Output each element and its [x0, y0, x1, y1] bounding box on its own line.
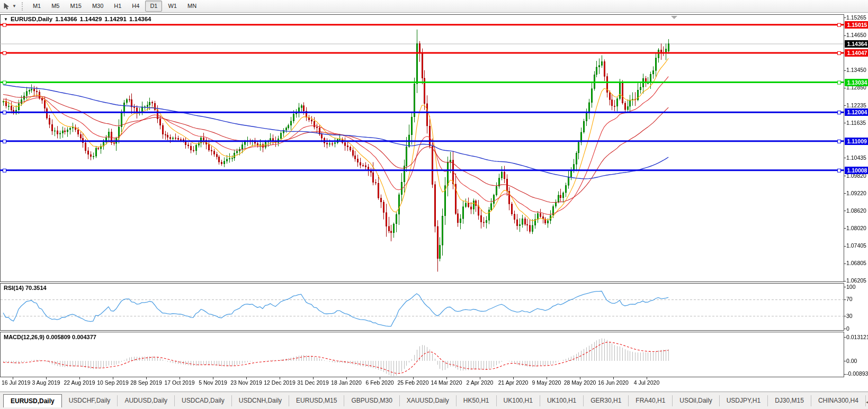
timeframe-button-m5[interactable]: M5 — [47, 1, 64, 12]
price-level-tag: 1.11009 — [845, 138, 868, 145]
symbol-tab-audusd-daily[interactable]: AUDUSD,Daily — [118, 395, 175, 406]
timeframe-button-m1[interactable]: M1 — [28, 1, 46, 12]
rsi-tick-label: 70 — [846, 296, 853, 302]
symbol-tab-usdcnh-daily[interactable]: USDCNH,Daily — [232, 395, 289, 406]
price-tick-label: 1.08020 — [846, 225, 866, 231]
timeframe-button-w1[interactable]: W1 — [163, 1, 182, 12]
pointer-tool-icon[interactable] — [2, 2, 12, 11]
price-tick-label: 1.15265 — [846, 14, 866, 21]
price-tick-label: 1.07405 — [846, 242, 866, 249]
symbol-tab-usdchf-daily[interactable]: USDCHF,Daily — [62, 395, 118, 406]
price-chart-canvas[interactable] — [0, 13, 868, 392]
chart-low-value: 1.14291 — [104, 16, 127, 22]
date-axis-label: 21 Apr 2020 — [498, 379, 529, 386]
date-axis-label: 28 Sep 2019 — [130, 379, 162, 386]
date-axis-label: 31 Dec 2019 — [297, 379, 329, 386]
price-tick-label: 1.10435 — [846, 154, 866, 161]
macd-tick-label: -0.008933 — [846, 370, 868, 377]
date-axis-label: 28 May 2020 — [564, 379, 596, 386]
rsi-tick-label: 30 — [846, 313, 853, 319]
price-level-tag: 1.13034 — [845, 79, 868, 86]
date-axis-label: 22 Aug 2019 — [64, 379, 95, 386]
symbol-tab-uk100-h1[interactable]: UK100,H1 — [540, 395, 584, 406]
date-axis-label: 16 Jul 2019 — [2, 379, 30, 386]
chart-symbol-label: EURUSD,Daily — [11, 16, 52, 22]
date-axis-label: 18 Jan 2020 — [331, 379, 362, 386]
symbol-tab-usoil-daily[interactable]: USOil,Daily — [673, 395, 719, 406]
symbol-tab-ger30-h1[interactable]: GER30,H1 — [584, 395, 629, 406]
price-level-tag: 1.12004 — [845, 108, 868, 116]
date-axis-label: 16 Jun 2020 — [598, 379, 629, 386]
chart-close-value: 1.14364 — [129, 16, 151, 22]
date-axis-label: 3 Aug 2019 — [32, 379, 60, 386]
date-axis-label: 5 Nov 2019 — [199, 379, 227, 386]
date-axis-label: 9 May 2020 — [532, 379, 561, 386]
symbol-tab-usdjpy-h1[interactable]: USDJPY,H1 — [720, 395, 768, 406]
symbol-tab-eurusd-m15[interactable]: EURUSD,M15 — [289, 395, 344, 406]
price-tick-label: 1.06805 — [846, 260, 866, 266]
price-tick-label: 1.13450 — [846, 67, 866, 73]
date-axis-label: 25 Feb 2020 — [398, 379, 429, 386]
price-level-tag: 1.15015 — [845, 21, 868, 29]
date-axis-label: 4 Jul 2020 — [634, 379, 659, 386]
date-axis-label: 6 Feb 2020 — [365, 379, 393, 386]
toolbar: ▼ M1M5M15M30H1H4D1W1MN — [0, 0, 868, 13]
symbol-tab-usdcad-daily[interactable]: USDCAD,Daily — [175, 395, 232, 406]
date-axis-label: 23 Nov 2019 — [230, 379, 262, 386]
price-tick-label: 1.11635 — [846, 120, 866, 126]
rsi-indicator-label: RSI(14) 70.3514 — [4, 285, 47, 291]
symbol-tab-dj30-m15[interactable]: DJ30,M15 — [768, 395, 811, 406]
chart-title: ▼ EURUSD,Daily 1.14366 1.14429 1.14291 1… — [4, 16, 151, 22]
timeframe-button-m30[interactable]: M30 — [87, 1, 108, 12]
timeframe-button-group: M1M5M15M30H1H4D1W1MN — [28, 1, 202, 12]
symbol-tab-xauusd-daily[interactable]: XAUUSD,Daily — [400, 395, 457, 406]
chart-collapse-icon[interactable]: ▼ — [4, 17, 8, 22]
date-axis-label: 14 Mar 2020 — [431, 379, 462, 386]
timeframe-button-d1[interactable]: D1 — [145, 1, 162, 12]
symbol-tab-bar: EURUSD,DailyUSDCHF,DailyAUDUSD,DailyUSDC… — [0, 392, 868, 409]
date-axis-label: 2 Apr 2020 — [467, 379, 494, 386]
macd-tick-label: 0.013121 — [846, 334, 868, 340]
price-tick-label: 1.14650 — [846, 32, 866, 38]
chart-open-value: 1.14366 — [55, 16, 77, 22]
price-tick-label: 1.08620 — [846, 207, 866, 214]
price-level-tag: 1.10008 — [845, 167, 868, 174]
symbol-tab-china300-h4[interactable]: CHINA300,H4 — [811, 395, 866, 406]
price-tick-label: 1.12235 — [846, 102, 866, 108]
timeframe-button-h1[interactable]: H1 — [109, 1, 126, 12]
symbol-tab-fra40-h1[interactable]: FRA40,H1 — [629, 395, 673, 406]
symbol-tab-uk100-h1[interactable]: UK100,H1 — [497, 395, 540, 406]
rsi-tick-label: 0 — [846, 325, 849, 332]
price-tick-label: 1.06205 — [846, 277, 866, 284]
symbol-tab-gbpusd-m30[interactable]: GBPUSD,M30 — [344, 395, 399, 406]
date-axis-label: 12 Dec 2019 — [264, 379, 296, 386]
date-axis-label: 17 Oct 2019 — [164, 379, 194, 386]
macd-tick-label: 0.00 — [846, 358, 857, 364]
chart-area: ▼ EURUSD,Daily 1.14366 1.14429 1.14291 1… — [0, 13, 868, 392]
chart-high-value: 1.14429 — [80, 16, 102, 22]
symbol-tab-eurusd-daily[interactable]: EURUSD,Daily — [3, 394, 62, 407]
price-tick-label: 1.09220 — [846, 190, 866, 196]
timeframe-button-m15[interactable]: M15 — [65, 1, 86, 12]
toolbar-grip — [22, 2, 24, 11]
timeframe-button-h4[interactable]: H4 — [127, 1, 144, 12]
macd-indicator-label: MACD(12,26,9) 0.005809 0.004377 — [4, 334, 96, 340]
trading-platform-window: ▼ M1M5M15M30H1H4D1W1MN ▼ EURUSD,Daily 1.… — [0, 0, 868, 409]
timeframe-button-mn[interactable]: MN — [183, 1, 201, 12]
dropdown-caret-icon[interactable]: ▼ — [12, 4, 16, 8]
date-axis-label: 10 Sep 2019 — [97, 379, 129, 386]
symbol-tab-hk50-h1[interactable]: HK50,H1 — [457, 395, 497, 406]
current-price-tag: 1.14364 — [845, 40, 868, 48]
rsi-tick-label: 100 — [846, 284, 856, 290]
tab-scroll-left-icon[interactable]: ◂ — [866, 399, 868, 405]
price-level-tag: 1.14047 — [845, 49, 868, 57]
